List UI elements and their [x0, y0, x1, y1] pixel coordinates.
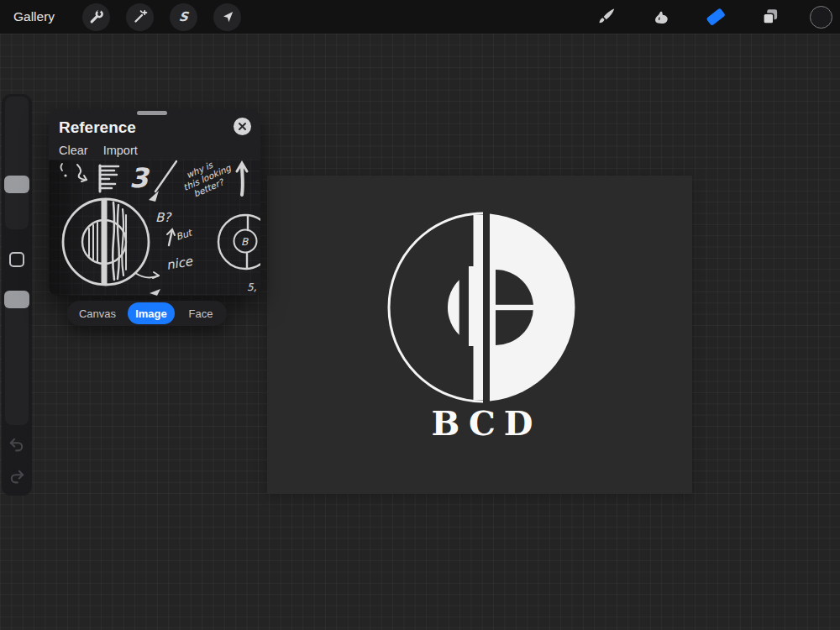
workspace: BCD [0, 34, 840, 630]
eraser-icon [704, 5, 727, 29]
sidebar [2, 94, 32, 496]
opacity-slider[interactable] [5, 292, 29, 425]
drawing-canvas[interactable]: BCD [267, 176, 692, 494]
reference-panel[interactable]: Reference Clear Import [49, 109, 260, 296]
reference-image[interactable]: 3 why is this looking better? [49, 160, 260, 296]
transform-arrow-icon [219, 8, 236, 25]
paint-tool-button[interactable] [591, 3, 621, 32]
smudge-finger-icon [650, 6, 672, 28]
import-button[interactable]: Import [103, 144, 138, 157]
top-toolbar: Gallery [0, 0, 840, 34]
sketch-number-3: 3 [129, 162, 150, 194]
undo-icon [7, 435, 27, 455]
tab-canvas[interactable]: Canvas [67, 301, 128, 326]
sketch-circle-letter: B [241, 236, 249, 248]
modify-button[interactable] [9, 252, 24, 267]
tab-face[interactable]: Face [175, 301, 227, 326]
adjustments-button[interactable] [126, 3, 154, 31]
procreate-app: Gallery [0, 0, 840, 630]
layers-icon [759, 6, 781, 28]
clear-button[interactable]: Clear [59, 144, 88, 157]
close-x-icon [238, 122, 247, 131]
reference-tabs: Canvas Image Face [67, 301, 227, 326]
undo-button[interactable] [7, 435, 27, 455]
tab-image[interactable]: Image [128, 302, 175, 324]
toolbar-right-group [591, 3, 840, 32]
reference-actions: Clear Import [59, 144, 138, 157]
redo-button[interactable] [7, 467, 27, 487]
bcd-logo-artwork: BCD [267, 176, 692, 494]
brush-size-handle[interactable] [4, 176, 29, 193]
smudge-tool-button[interactable] [646, 3, 675, 32]
redo-icon [7, 467, 27, 487]
magic-wand-icon [132, 8, 149, 25]
gallery-button[interactable]: Gallery [13, 9, 55, 24]
reference-panel-title: Reference [59, 118, 136, 137]
panel-drag-handle[interactable] [137, 111, 167, 115]
sketch-five: 5, [247, 281, 257, 293]
close-button[interactable] [234, 118, 251, 135]
actions-button[interactable] [82, 3, 110, 31]
eraser-tool-button[interactable] [701, 3, 730, 32]
transform-button[interactable] [213, 3, 241, 31]
logo-inner-left-segment [448, 280, 459, 335]
color-swatch-button[interactable] [810, 6, 832, 29]
layers-button[interactable] [755, 3, 785, 32]
sketch-nice: nice [165, 253, 196, 272]
selection-button[interactable]: S [170, 3, 197, 31]
sketch-b-question: B? [155, 210, 172, 225]
opacity-handle[interactable] [4, 291, 29, 308]
paint-brush-icon [596, 6, 617, 28]
selection-s-icon: S [178, 9, 189, 24]
brush-size-slider[interactable] [5, 97, 29, 229]
logo-horizontal-bar [496, 305, 534, 310]
toolbar-left-group: Gallery [0, 3, 241, 31]
logo-wordmark: BCD [431, 403, 541, 443]
logo-left-bar [469, 215, 483, 400]
wrench-icon [88, 8, 105, 25]
sketch-drawing: 3 why is this looking better? [49, 160, 260, 296]
sketch-but: But [175, 227, 195, 243]
